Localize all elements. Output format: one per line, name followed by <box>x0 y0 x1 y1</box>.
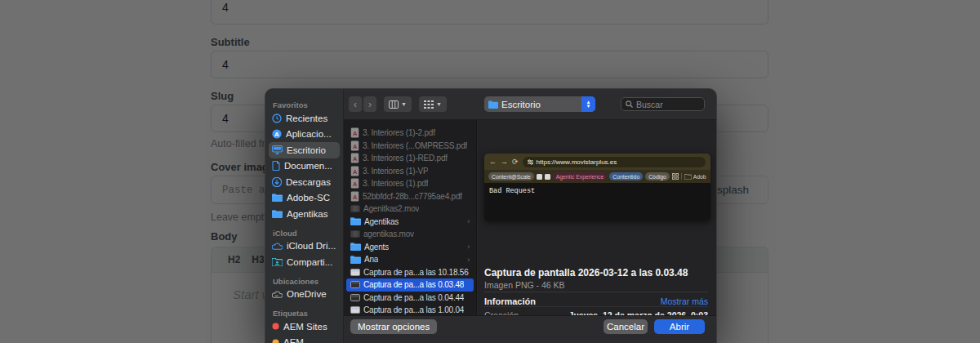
cloud-icon <box>272 243 283 250</box>
file-row[interactable]: A3. Interiores (1)-2.pdf <box>346 127 474 140</box>
file-row[interactable]: A3. Interiores (...OMPRESS.pdf <box>346 140 474 153</box>
chevron-right-icon: › <box>467 243 470 251</box>
file-row[interactable]: A3. Interiores (1)-VP <box>346 165 474 178</box>
group-view-button[interactable]: ▼ <box>419 96 447 112</box>
sidebar-item-label: Descargas <box>286 177 331 187</box>
pdf-icon: A <box>350 166 359 176</box>
file-row[interactable]: A3. Interiores (1)-RED.pdf <box>346 152 474 165</box>
file-row[interactable]: Agents› <box>346 241 474 254</box>
file-name: Captura de pa...a las 10.18.56 <box>363 268 469 277</box>
columns-view-button[interactable]: ▼ <box>384 96 412 112</box>
tag-orange-icon <box>272 339 279 343</box>
file-row[interactable]: Captura de pa...a las 1.00.04 <box>346 304 474 315</box>
folder-icon <box>350 243 361 251</box>
sidebar-item-label: AEM Sites <box>283 322 327 332</box>
file-row[interactable]: Agenitkas2.mov <box>346 203 474 216</box>
sidebar-item-aem-sites[interactable]: AEM Sites <box>269 318 340 335</box>
url-bar: https://www.movistarplus.es <box>523 157 706 167</box>
sidebar-section-title-ubicaciones: Ubicaciones <box>273 277 343 286</box>
bookmarks-bar: Content@ScaleAgentic ExperienceContentid… <box>484 170 710 183</box>
info-label: Información <box>484 296 536 306</box>
folder-icon <box>350 256 361 264</box>
sidebar-item-comparti[interactable]: Comparti... <box>269 254 340 270</box>
search-placeholder: Buscar <box>636 100 663 109</box>
pdf-icon: A <box>350 153 359 163</box>
dialog-main: A3. Interiores (1)-2.pdfA3. Interiores (… <box>344 120 716 343</box>
dialog-sidebar: FavoritosRecientesAAplicacio...Escritori… <box>265 89 344 343</box>
chevron-down-icon: ▼ <box>401 101 407 107</box>
tag-red-icon <box>272 323 279 330</box>
sidebar-item-label: iCloud Dri... <box>287 241 336 251</box>
page-content: Bad Request <box>484 183 710 221</box>
file-row[interactable]: Agentikas› <box>346 216 474 229</box>
document-icon <box>272 161 280 171</box>
bookmark-square-icon <box>545 174 550 180</box>
file-name: Captura de pa...a las 0.04.44 <box>363 293 464 302</box>
sidebar-item-label: Adobe-SC <box>287 193 330 203</box>
file-row[interactable]: agentikas.mov <box>346 228 474 241</box>
sidebar-item-documen[interactable]: Documen... <box>269 158 340 175</box>
sidebar-item-label: Escritorio <box>287 145 326 155</box>
search-icon <box>626 100 633 108</box>
chevron-down-icon: ▼ <box>436 101 442 107</box>
show-more-link[interactable]: Mostrar más <box>661 296 708 306</box>
columns-view-icon <box>389 100 399 109</box>
file-row[interactable]: A52bbfdcf-28b...c7795ae4.pdf <box>346 190 474 203</box>
location-label: Escritorio <box>501 100 541 109</box>
movie-icon <box>350 230 360 238</box>
file-row[interactable]: Captura de pa...a las 0.04.44 <box>346 292 474 305</box>
chevron-right-icon: › <box>467 256 470 264</box>
file-row[interactable]: Ana› <box>346 253 474 266</box>
file-preview-thumbnail: ← → ⟳ https://www.movistarplus.es Conten… <box>484 154 710 221</box>
sidebar-item-label: Recientes <box>286 114 327 123</box>
file-name: 3. Interiores (...OMPRESS.pdf <box>363 141 467 150</box>
back-icon: ‹ <box>354 99 357 110</box>
desktop-icon <box>272 145 283 154</box>
forward-button[interactable]: › <box>363 96 376 112</box>
url-text: https://www.movistarplus.es <box>537 158 617 166</box>
bookmark-pill: Código <box>645 172 670 180</box>
file-row[interactable]: A3. Interiores (1).pdf <box>346 177 474 190</box>
file-title: Captura de pantalla 2026-03-12 a las 0.0… <box>484 267 713 278</box>
sidebar-item-label: Aplicacio... <box>286 129 332 139</box>
sidebar-item-recientes[interactable]: Recientes <box>269 110 340 127</box>
location-dropdown[interactable]: Escritorio ▲▼ <box>484 96 595 112</box>
preview-pane: ← → ⟳ https://www.movistarplus.es Conten… <box>478 120 716 315</box>
show-options-button[interactable]: Mostrar opciones <box>350 319 437 334</box>
search-field[interactable]: Buscar <box>621 97 705 111</box>
sidebar-item-aplicacio[interactable]: AAplicacio... <box>269 127 340 143</box>
file-list: A3. Interiores (1)-2.pdfA3. Interiores (… <box>344 120 477 315</box>
sidebar-item-adobe-sc[interactable]: Adobe-SC <box>269 190 340 207</box>
open-button[interactable]: Abrir <box>654 319 705 334</box>
svg-text:A: A <box>353 167 358 175</box>
file-name: 3. Interiores (1).pdf <box>363 179 428 188</box>
shot-light-icon <box>350 306 360 314</box>
cancel-button[interactable]: Cancelar <box>604 319 648 334</box>
back-button[interactable]: ‹ <box>349 96 362 112</box>
dialog-toolbar: ‹ › ▼ ▼ Escritorio ▲▼ Buscar <box>344 89 716 120</box>
file-name: 3. Interiores (1)-2.pdf <box>363 128 435 137</box>
movie-icon <box>350 205 360 212</box>
sidebar-section-title-icloud: iCloud <box>273 229 343 238</box>
file-name: Agentikas <box>364 217 399 226</box>
download-icon <box>272 177 282 187</box>
sidebar-item-aem[interactable]: AEM ... <box>269 335 340 343</box>
sidebar-item-descargas[interactable]: Descargas <box>269 174 340 190</box>
bookmark-folder: Adob <box>684 174 706 180</box>
bookmark-pill: Agentic Experience <box>553 172 608 180</box>
dialog-bottom-bar: Mostrar opciones Cancelar Abrir <box>344 315 716 343</box>
folder-icon <box>350 217 361 225</box>
file-name: 52bbfdcf-28b...c7795ae4.pdf <box>363 192 462 201</box>
svg-text:A: A <box>353 155 358 163</box>
sidebar-item-agentikas[interactable]: Agentikas <box>269 206 340 222</box>
file-row[interactable]: Captura de pa...a las 10.18.56 <box>346 266 474 279</box>
file-row[interactable]: Captura de pa...a las 0.03.48 <box>346 278 474 292</box>
sidebar-item-escritorio[interactable]: Escritorio <box>269 142 340 158</box>
bookmark-square-icon <box>537 174 542 180</box>
sidebar-item-icloud-dri[interactable]: iCloud Dri... <box>269 238 340 255</box>
sidebar-item-label: Documen... <box>284 161 332 171</box>
pdf-icon: A <box>350 178 359 189</box>
pdf-icon: A <box>350 191 359 202</box>
file-name: Captura de pa...a las 1.00.04 <box>363 305 464 314</box>
sidebar-item-onedrive[interactable]: OneDrive <box>269 287 340 303</box>
